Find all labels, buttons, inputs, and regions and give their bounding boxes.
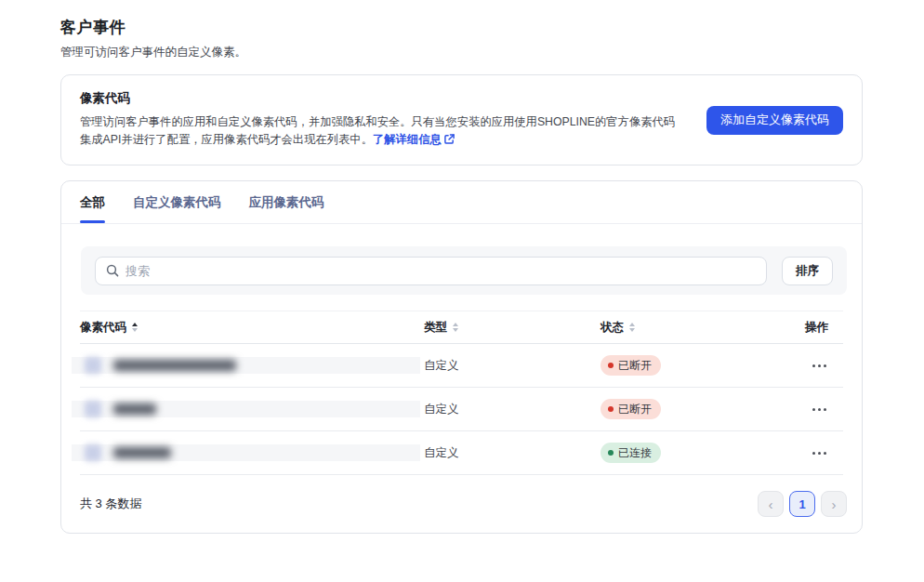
redacted-text	[113, 447, 171, 458]
pixel-logo-redacted-icon	[85, 444, 101, 461]
search-input[interactable]	[125, 264, 756, 278]
sort-button[interactable]: 排序	[782, 257, 833, 285]
sort-arrows-icon[interactable]	[132, 323, 138, 332]
pixel-code-info-card: 像素代码 管理访问客户事件的应用和自定义像素代码，并加强隐私和安全。只有当您安装…	[60, 74, 863, 165]
pagination: ‹ 1 ›	[758, 491, 847, 517]
redacted-text	[113, 403, 156, 415]
learn-more-link[interactable]: 了解详细信息	[373, 133, 442, 146]
tab-custom-pixel[interactable]: 自定义像素代码	[133, 181, 221, 223]
status-badge: 已断开	[601, 399, 661, 419]
pixel-table: 像素代码 类型 状态 操作 自定义 已断开 自定义 已断开 自定义 已连接	[80, 311, 843, 475]
pixel-type-cell: 自定义	[424, 402, 601, 417]
search-box[interactable]	[95, 257, 767, 285]
pixel-type-cell: 自定义	[424, 445, 601, 461]
status-dot-icon	[608, 363, 614, 368]
pixel-name-redacted	[72, 401, 420, 417]
page-1-button[interactable]: 1	[789, 491, 815, 517]
page-subtitle: 管理可访问客户事件的自定义像素。	[60, 45, 863, 60]
pixel-type-cell: 自定义	[424, 358, 601, 374]
column-header-actions: 操作	[777, 320, 843, 336]
table-header-row: 像素代码 类型 状态 操作	[80, 311, 843, 344]
search-icon	[106, 264, 119, 277]
pixel-code-card-description: 管理访问客户事件的应用和自定义像素代码，并加强隐私和安全。只有当您安装的应用使用…	[80, 113, 682, 150]
external-link-icon	[444, 132, 455, 150]
total-count-text: 共 3 条数据	[80, 496, 141, 512]
tab-app-pixel[interactable]: 应用像素代码	[249, 181, 324, 223]
table-footer: 共 3 条数据 ‹ 1 ›	[80, 475, 847, 533]
pixel-code-info-text: 像素代码 管理访问客户事件的应用和自定义像素代码，并加强隐私和安全。只有当您安装…	[80, 90, 682, 150]
page-title: 客户事件	[60, 17, 863, 38]
customer-events-page: 客户事件 管理可访问客户事件的自定义像素。 像素代码 管理访问客户事件的应用和自…	[0, 0, 924, 582]
tab-all[interactable]: 全部	[80, 181, 105, 223]
prev-page-button[interactable]: ‹	[758, 491, 784, 517]
column-header-status[interactable]: 状态	[601, 320, 777, 336]
table-row: 自定义 已连接	[80, 431, 843, 475]
status-dot-icon	[608, 450, 614, 456]
pixel-name-redacted	[72, 444, 420, 461]
pixel-name-redacted	[72, 357, 420, 374]
table-row: 自定义 已断开	[80, 388, 843, 431]
pixel-logo-redacted-icon	[85, 401, 101, 417]
redacted-text	[113, 360, 236, 371]
column-header-pixel-code[interactable]: 像素代码	[80, 320, 424, 336]
more-horizontal-icon[interactable]	[811, 359, 828, 373]
pixel-code-card-title: 像素代码	[80, 90, 682, 107]
more-horizontal-icon[interactable]	[811, 403, 828, 417]
next-page-button[interactable]: ›	[821, 491, 847, 517]
search-toolbar: 排序	[81, 246, 847, 295]
sort-arrows-icon[interactable]	[629, 323, 635, 332]
status-dot-icon	[608, 406, 614, 412]
sort-arrows-icon[interactable]	[453, 323, 458, 332]
pixel-tabs: 全部 自定义像素代码 应用像素代码	[61, 181, 862, 224]
status-badge: 已连接	[601, 443, 661, 463]
pixel-list-card: 全部 自定义像素代码 应用像素代码 排序 像素代码 类型 状态 操作 自定义 已…	[60, 180, 863, 534]
add-custom-pixel-button[interactable]: 添加自定义像素代码	[706, 106, 843, 135]
more-horizontal-icon[interactable]	[811, 446, 828, 460]
table-row: 自定义 已断开	[80, 344, 843, 388]
column-header-type[interactable]: 类型	[424, 320, 601, 336]
pixel-logo-redacted-icon	[85, 357, 101, 374]
status-badge: 已断开	[601, 355, 661, 376]
